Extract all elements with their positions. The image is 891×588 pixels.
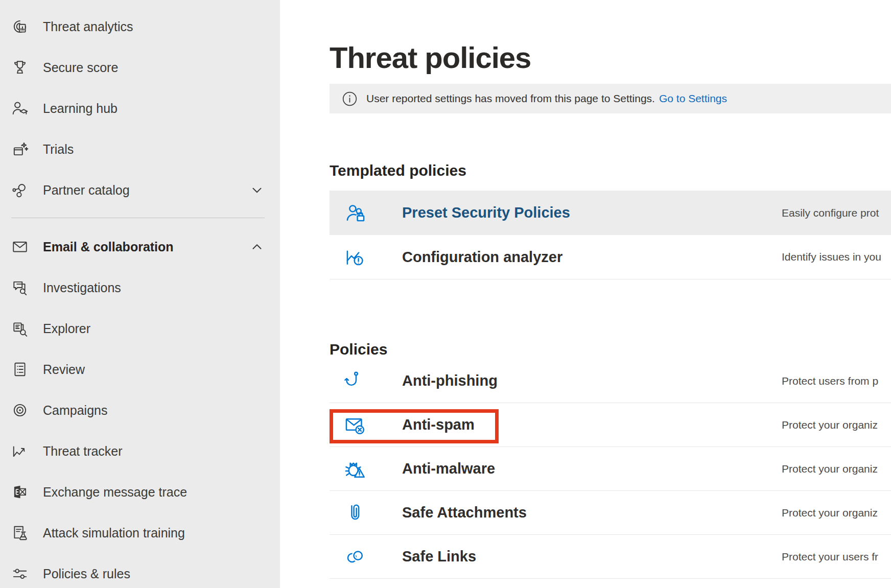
policy-row-configuration-analyzer[interactable]: Configuration analyzerIdentify issues in… [330, 235, 891, 279]
explorer-icon [10, 319, 30, 338]
policy-row-anti-spam[interactable]: Anti-spamProtect your organiz [330, 403, 891, 447]
sidebar-item-label: Email & collaboration [43, 240, 174, 254]
sidebar-item-label: Policies & rules [43, 567, 130, 581]
chevron-up-icon[interactable] [249, 239, 265, 254]
sidebar-item-label: Threat analytics [43, 19, 133, 34]
anti-spam-icon [343, 413, 367, 437]
sidebar-item-trials[interactable]: Trials [0, 129, 280, 170]
policy-row-safe-attachments[interactable]: Safe AttachmentsProtect your organiz [330, 491, 891, 535]
policies-rules-icon [10, 564, 30, 583]
sidebar-item-learning-hub[interactable]: Learning hub [0, 88, 280, 129]
sidebar-item-label: Threat tracker [43, 444, 123, 459]
chevron-down-icon[interactable] [249, 182, 265, 198]
sidebar-item-email-and-collaboration[interactable]: Email & collaboration [0, 226, 280, 267]
sidebar-item-label: Explorer [43, 321, 90, 336]
banner-text: User reported settings has moved from th… [366, 92, 655, 105]
sidebar-item-label: Campaigns [43, 403, 107, 418]
policy-row-description: Protect users from p [782, 375, 878, 387]
threat-analytics-icon [10, 17, 30, 36]
templated-policies-list: Preset Security PoliciesEasily configure… [330, 191, 891, 279]
policy-row-safe-links[interactable]: Safe LinksProtect your users fr [330, 535, 891, 579]
email-icon [10, 237, 30, 256]
sidebar-section-divider [11, 218, 265, 218]
policy-row-description: Easily configure prot [782, 207, 879, 219]
sidebar-item-label: Learning hub [43, 101, 118, 116]
go-to-settings-link[interactable]: Go to Settings [659, 92, 727, 105]
policy-row-description: Protect your users fr [782, 551, 878, 563]
sidebar-item-investigations[interactable]: Investigations [0, 267, 280, 308]
policy-row-label: Safe Attachments [402, 504, 527, 521]
anti-malware-icon [343, 457, 367, 481]
info-banner: User reported settings has moved from th… [330, 84, 891, 113]
page-title: Threat policies [330, 40, 531, 75]
sidebar-item-label: Partner catalog [43, 183, 130, 198]
sidebar-item-label: Secure score [43, 60, 118, 75]
sidebar-item-label: Trials [43, 142, 74, 157]
policy-row-description: Protect your organiz [782, 507, 878, 519]
sidebar-item-review[interactable]: Review [0, 349, 280, 390]
sidebar-nav: Threat analyticsSecure scoreLearning hub… [0, 0, 280, 588]
policy-row-label: Safe Links [402, 548, 476, 565]
sidebar-item-label: Review [43, 362, 85, 377]
attack-simulation-icon [10, 523, 30, 543]
policies-heading: Policies [330, 341, 387, 358]
campaigns-icon [10, 401, 30, 420]
policy-row-label: Anti-malware [402, 460, 495, 477]
configuration-analyzer-icon [343, 245, 367, 269]
partner-catalog-icon [10, 180, 30, 200]
sidebar-item-threat-tracker[interactable]: Threat tracker [0, 431, 280, 472]
policy-row-label: Anti-spam [402, 416, 475, 433]
policy-row-label: Configuration analyzer [402, 249, 562, 266]
threat-tracker-icon [10, 441, 30, 461]
policies-list: Anti-phishingProtect users from pAnti-sp… [330, 359, 891, 579]
investigations-icon [10, 278, 30, 297]
sidebar-item-label: Exchange message trace [43, 485, 187, 500]
learning-hub-icon [10, 99, 30, 118]
policy-row-description: Protect your organiz [782, 463, 878, 475]
sidebar-item-partner-catalog[interactable]: Partner catalog [0, 170, 280, 210]
sidebar-item-secure-score[interactable]: Secure score [0, 47, 280, 88]
sidebar-item-label: Attack simulation training [43, 526, 185, 540]
info-icon [342, 91, 358, 107]
trophy-icon [10, 58, 30, 77]
sidebar-item-explorer[interactable]: Explorer [0, 308, 280, 349]
anti-phishing-icon [343, 369, 367, 393]
policy-row-label: Anti-phishing [402, 372, 498, 389]
policy-row-description: Protect your organiz [782, 419, 878, 431]
safe-links-icon [343, 545, 367, 569]
policy-row-preset-security-policies[interactable]: Preset Security PoliciesEasily configure… [330, 191, 891, 235]
policy-row-description: Identify issues in you [782, 251, 881, 263]
exchange-icon [10, 482, 30, 502]
policy-row-anti-malware[interactable]: Anti-malwareProtect your organiz [330, 447, 891, 491]
threat-policies-page: Threat analyticsSecure scoreLearning hub… [0, 0, 891, 588]
sidebar-item-exchange-message-trace[interactable]: Exchange message trace [0, 472, 280, 512]
preset-security-policies-icon [343, 201, 367, 225]
trials-icon [10, 139, 30, 159]
policy-row-anti-phishing[interactable]: Anti-phishingProtect users from p [330, 359, 891, 403]
safe-attachments-icon [343, 501, 367, 525]
sidebar-item-attack-simulation-training[interactable]: Attack simulation training [0, 512, 280, 553]
sidebar-item-label: Investigations [43, 280, 121, 295]
sidebar-item-campaigns[interactable]: Campaigns [0, 390, 280, 431]
review-icon [10, 360, 30, 379]
sidebar-item-threat-analytics[interactable]: Threat analytics [0, 6, 280, 47]
policy-row-label[interactable]: Preset Security Policies [402, 204, 570, 221]
sidebar-item-policies-and-rules[interactable]: Policies & rules [0, 553, 280, 588]
templated-policies-heading: Templated policies [330, 162, 466, 179]
